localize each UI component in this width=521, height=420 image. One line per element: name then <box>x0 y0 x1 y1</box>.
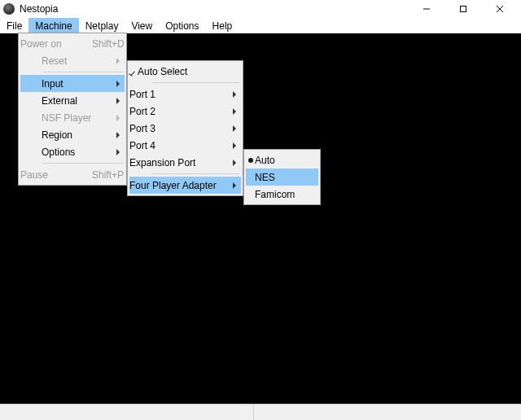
menu-options[interactable]: Options <box>159 18 205 33</box>
chevron-right-icon <box>116 81 120 87</box>
close-icon <box>496 5 504 13</box>
menu-reset: Reset <box>20 52 125 69</box>
menu-auto-select[interactable]: Auto Select <box>129 63 241 80</box>
menu-file[interactable]: File <box>0 18 28 33</box>
chevron-right-icon <box>116 58 120 64</box>
minimize-icon <box>422 5 431 13</box>
chevron-right-icon <box>116 115 120 121</box>
menu-nsf-player: NSF Player <box>20 109 125 126</box>
menu-bar: File Machine Netplay View Options Help <box>0 18 521 33</box>
menu-expansion-port[interactable]: Expansion Port <box>129 154 241 171</box>
status-segment-1 <box>0 405 254 420</box>
chevron-right-icon <box>233 108 236 115</box>
title-bar: Nestopia <box>0 0 521 18</box>
menu-port-3[interactable]: Port 3 <box>129 120 241 137</box>
menu-separator <box>43 72 123 72</box>
menu-four-player-adapter[interactable]: Four Player Adapter <box>129 177 241 194</box>
chevron-right-icon <box>233 160 236 166</box>
menu-port-2[interactable]: Port 2 <box>129 103 241 120</box>
four-player-adapter-submenu: Auto NES Famicom <box>243 149 321 205</box>
menu-help[interactable]: Help <box>206 18 239 33</box>
chevron-right-icon <box>233 125 236 132</box>
chevron-right-icon <box>116 98 120 104</box>
close-button[interactable] <box>481 0 518 18</box>
chevron-right-icon <box>233 182 236 189</box>
menu-input[interactable]: Input <box>20 75 125 92</box>
menu-region[interactable]: Region <box>20 126 125 143</box>
menu-fpa-nes[interactable]: NES <box>246 168 318 186</box>
check-icon <box>129 68 138 76</box>
menu-separator <box>152 82 239 83</box>
svg-rect-1 <box>460 7 466 12</box>
chevron-right-icon <box>233 91 236 98</box>
chevron-right-icon <box>116 149 120 155</box>
menu-port-4[interactable]: Port 4 <box>129 137 241 154</box>
menu-power-on: Power on Shift+D <box>20 35 125 52</box>
menu-separator <box>43 163 123 164</box>
chevron-right-icon <box>116 132 120 138</box>
menu-fpa-famicom[interactable]: Famicom <box>246 186 318 203</box>
menu-separator <box>152 173 239 174</box>
menu-fpa-auto[interactable]: Auto <box>246 151 318 168</box>
minimize-button[interactable] <box>408 0 444 18</box>
menu-port-1[interactable]: Port 1 <box>129 85 241 103</box>
status-bar <box>0 404 521 420</box>
chevron-right-icon <box>233 142 236 149</box>
menu-pause: Pause Shift+P <box>20 166 125 183</box>
status-segment-2 <box>254 405 521 420</box>
menu-options[interactable]: Options <box>20 143 125 160</box>
menu-machine[interactable]: Machine <box>28 18 78 33</box>
radio-dot-icon <box>248 158 253 163</box>
window-controls <box>408 0 518 18</box>
window-title: Nestopia <box>20 3 58 15</box>
maximize-button[interactable] <box>444 0 481 18</box>
input-submenu: Auto Select Port 1 Port 2 Port 3 Port 4 … <box>127 60 243 196</box>
app-icon <box>3 3 15 15</box>
machine-dropdown: Power on Shift+D Reset Input External NS… <box>18 33 127 186</box>
menu-external[interactable]: External <box>20 92 125 109</box>
menu-view[interactable]: View <box>125 18 159 33</box>
menu-netplay[interactable]: Netplay <box>79 18 125 33</box>
maximize-icon <box>459 5 467 13</box>
